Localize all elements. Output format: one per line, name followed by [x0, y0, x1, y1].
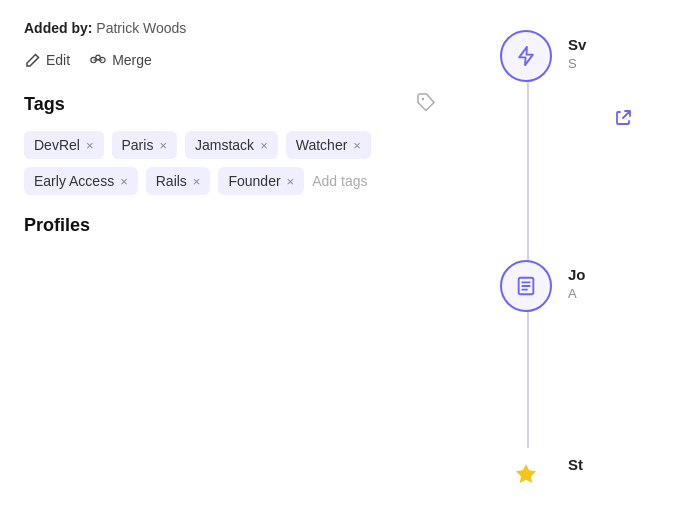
tag-watcher-label: Watcher	[296, 137, 348, 153]
timeline-item-1-content: Sv S	[568, 30, 586, 71]
tag-rails: Rails ×	[146, 167, 211, 195]
add-tags-label: Add tags	[312, 173, 367, 189]
star-item-title: St	[568, 456, 583, 473]
timeline-line	[527, 60, 529, 448]
timeline-item-2-subtitle: A	[568, 286, 586, 301]
tag-devrel-remove[interactable]: ×	[86, 139, 94, 152]
right-panel: Sv S Jo A St	[460, 0, 684, 508]
tag-founder-remove[interactable]: ×	[287, 175, 295, 188]
star-icon	[512, 462, 540, 490]
external-link-icon[interactable]	[615, 108, 633, 130]
note-icon	[515, 275, 537, 297]
tag-watcher: Watcher ×	[286, 131, 371, 159]
timeline-item-2-content: Jo A	[568, 260, 586, 301]
main-panel: Added by: Patrick Woods Edit Merge	[0, 0, 460, 256]
edit-label: Edit	[46, 52, 70, 68]
tag-early-access: Early Access ×	[24, 167, 138, 195]
star-item-content: St	[568, 450, 583, 473]
tag-paris: Paris ×	[112, 131, 178, 159]
action-buttons: Edit Merge	[24, 52, 436, 68]
tag-icon	[416, 92, 436, 117]
timeline-item-1: Sv S	[500, 30, 586, 82]
timeline-item-2-title: Jo	[568, 266, 586, 283]
tag-watcher-remove[interactable]: ×	[353, 139, 361, 152]
timeline-item-1-title: Sv	[568, 36, 586, 53]
tag-rails-remove[interactable]: ×	[193, 175, 201, 188]
tag-jamstack: Jamstack ×	[185, 131, 278, 159]
timeline-item-1-subtitle: S	[568, 56, 586, 71]
tag-early-access-remove[interactable]: ×	[120, 175, 128, 188]
tag-rails-label: Rails	[156, 173, 187, 189]
added-by-line: Added by: Patrick Woods	[24, 20, 436, 36]
star-node	[500, 450, 552, 502]
tag-devrel-label: DevRel	[34, 137, 80, 153]
timeline-node-bolt	[500, 30, 552, 82]
merge-label: Merge	[112, 52, 152, 68]
tag-founder: Founder ×	[218, 167, 304, 195]
edit-button[interactable]: Edit	[24, 52, 70, 68]
tags-title: Tags	[24, 94, 65, 115]
merge-icon	[90, 52, 106, 68]
tag-jamstack-label: Jamstack	[195, 137, 254, 153]
timeline-item-2: Jo A	[500, 260, 586, 312]
profiles-title: Profiles	[24, 215, 436, 236]
tag-devrel: DevRel ×	[24, 131, 104, 159]
tag-paris-label: Paris	[122, 137, 154, 153]
edit-icon	[24, 52, 40, 68]
tag-early-access-label: Early Access	[34, 173, 114, 189]
tag-jamstack-remove[interactable]: ×	[260, 139, 268, 152]
bolt-icon	[515, 45, 537, 67]
tags-list: DevRel × Paris × Jamstack × Watcher × Ea…	[24, 131, 436, 195]
added-by-name: Patrick Woods	[96, 20, 186, 36]
star-item: St	[500, 450, 583, 502]
added-by-label: Added by:	[24, 20, 92, 36]
merge-button[interactable]: Merge	[90, 52, 152, 68]
add-tags-button[interactable]: Add tags	[312, 167, 367, 195]
timeline-node-note	[500, 260, 552, 312]
tag-paris-remove[interactable]: ×	[159, 139, 167, 152]
svg-point-3	[422, 98, 424, 100]
tag-founder-label: Founder	[228, 173, 280, 189]
svg-point-2	[96, 55, 100, 59]
tags-section-header: Tags	[24, 92, 436, 117]
